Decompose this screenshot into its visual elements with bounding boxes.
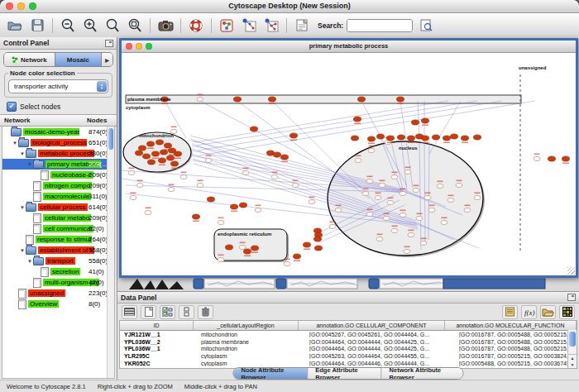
- table-scrollbar[interactable]: ▲▼: [567, 330, 577, 368]
- network-node[interactable]: [421, 136, 428, 141]
- network-node[interactable]: [450, 134, 457, 139]
- network-node[interactable]: [225, 245, 232, 250]
- new-attribute-icon[interactable]: [141, 305, 156, 319]
- tab-mosaic[interactable]: Mosaic: [55, 53, 102, 66]
- network-node[interactable]: [376, 134, 384, 139]
- column-header-0[interactable]: ID: [120, 321, 194, 330]
- float-data-panel-icon[interactable]: [567, 294, 576, 301]
- network-node[interactable]: [473, 135, 481, 140]
- view-close-button[interactable]: [126, 43, 132, 50]
- select-nodes-checkbox[interactable]: ✓: [7, 102, 17, 112]
- tree-item-cellular-process[interactable]: ▼cellular process614(0): [2, 202, 114, 213]
- network-node[interactable]: [411, 120, 419, 125]
- minimized-window-icon[interactable]: [194, 279, 203, 289]
- tree-item-cellular-metabo[interactable]: cellular metabo209(0): [2, 213, 114, 223]
- zoom-in-icon[interactable]: [80, 16, 100, 36]
- network-canvas[interactable]: plasma membranecytoplasmmitochondrionnuc…: [122, 53, 574, 275]
- snapshot-icon[interactable]: [156, 16, 175, 36]
- expand-arrow-icon[interactable]: ▼: [19, 205, 26, 210]
- node-color-select[interactable]: transporter activity ▲▼: [8, 79, 108, 93]
- network-node[interactable]: [170, 161, 178, 166]
- network-node[interactable]: [443, 136, 450, 141]
- network-node[interactable]: [367, 136, 375, 141]
- float-panel-icon[interactable]: [105, 40, 113, 47]
- network-node[interactable]: [432, 135, 439, 140]
- network-node[interactable]: [396, 97, 404, 102]
- tab-network-attribute-browser[interactable]: Network Attribute Browser: [382, 368, 463, 379]
- network-node[interactable]: [174, 151, 181, 156]
- attribute-table-header[interactable]: ID_cellularLayoutRegionannotation.GO CEL…: [120, 321, 577, 331]
- unselect-attributes-icon[interactable]: [179, 305, 194, 319]
- tree-item-multi-organism-pro[interactable]: multi-organism pro42(0): [2, 277, 114, 288]
- network-node[interactable]: [548, 156, 555, 161]
- column-header-2[interactable]: annotation.GO CELLULAR_COMPONENT: [299, 321, 445, 330]
- search-input[interactable]: [347, 20, 413, 31]
- network-node[interactable]: [314, 246, 322, 251]
- table-icon[interactable]: [122, 305, 137, 319]
- network-node[interactable]: [357, 97, 365, 102]
- network-node[interactable]: [290, 133, 297, 138]
- network-node[interactable]: [160, 150, 167, 155]
- tree-item-mosaic-demo-yeast[interactable]: mosaic-demo-yeast874(0): [2, 127, 114, 137]
- table-row[interactable]: YLR295Ccytoplasm[GO:0045263, GO:0044464,…: [120, 352, 577, 360]
- network-node[interactable]: [386, 136, 394, 141]
- delete-attribute-icon[interactable]: [198, 305, 213, 319]
- layout-icon-a[interactable]: [239, 16, 259, 36]
- network-node[interactable]: [158, 158, 165, 163]
- tree-item-macromolecule[interactable]: macromolecule311(0): [2, 191, 114, 202]
- tree-item-cell-communicat[interactable]: cell communicat22(0): [2, 223, 114, 234]
- tab-network[interactable]: Network: [4, 53, 55, 66]
- table-row[interactable]: YJR121W__1mitochondrion[GO:0045267, GO:0…: [120, 331, 577, 338]
- notes-icon[interactable]: [502, 305, 518, 319]
- tree-item-biological-process[interactable]: ▼biological_process651(0): [2, 137, 114, 148]
- network-node[interactable]: [351, 136, 358, 141]
- network-node[interactable]: [280, 155, 288, 160]
- expand-arrow-icon[interactable]: ▼: [12, 141, 18, 146]
- minimized-window-icon[interactable]: [276, 279, 286, 289]
- zoom-selected-icon[interactable]: [103, 16, 122, 36]
- zoom-out-icon[interactable]: [58, 16, 78, 36]
- view-minimize-button[interactable]: [136, 43, 142, 50]
- view-zoom-button[interactable]: [146, 43, 152, 50]
- tree-scrollbar[interactable]: [107, 127, 114, 378]
- network-node[interactable]: [293, 254, 300, 259]
- table-row[interactable]: YKR052Ccytoplasm[GO:0044464, GO:0044446,…: [120, 360, 577, 367]
- network-node[interactable]: [166, 155, 174, 160]
- network-node[interactable]: [239, 203, 246, 208]
- network-node[interactable]: [138, 146, 146, 151]
- network-node[interactable]: [243, 249, 251, 254]
- table-row[interactable]: YPL036W__1mitochondrion[GO:0044464, GO:0…: [120, 346, 577, 353]
- network-node[interactable]: [147, 160, 155, 165]
- tree-item-overview[interactable]: Overview8(0): [2, 299, 114, 309]
- network-node[interactable]: [421, 118, 428, 123]
- network-node[interactable]: [207, 197, 214, 202]
- matrix-icon[interactable]: [559, 305, 575, 319]
- network-node[interactable]: [142, 154, 150, 159]
- tree-item-metabolic-process[interactable]: ▼metabolic process280(0): [2, 148, 114, 159]
- network-node[interactable]: [233, 97, 241, 102]
- tree-item-transport[interactable]: ▼transport558(0): [2, 256, 114, 266]
- network-node[interactable]: [230, 204, 237, 209]
- annotation-icon[interactable]: [292, 16, 312, 36]
- tree-item-nitrogen-compo[interactable]: nitrogen compo209(0): [2, 180, 114, 191]
- network-node[interactable]: [251, 246, 258, 251]
- save-icon[interactable]: [27, 16, 47, 36]
- layout-icon-b[interactable]: [261, 16, 281, 36]
- tree-item-unassigned[interactable]: unassigned223(0): [2, 288, 114, 299]
- network-node[interactable]: [156, 140, 163, 145]
- column-header-1[interactable]: _cellularLayoutRegion: [194, 321, 299, 330]
- column-header-3[interactable]: annotation.GO MOLECULAR_FUNCTION: [445, 321, 577, 330]
- network-node[interactable]: [135, 151, 142, 155]
- network-node[interactable]: [151, 151, 159, 156]
- network-node[interactable]: [313, 237, 321, 241]
- network-node[interactable]: [273, 152, 280, 157]
- tree-item-nucleobase-c[interactable]: nucleobase-c209(0): [2, 170, 114, 180]
- tree-item-establishment-of-lo[interactable]: ▼establishment of lo558(0): [2, 245, 114, 256]
- network-view-titlebar[interactable]: primary metabolic process: [122, 41, 576, 53]
- network-node[interactable]: [562, 156, 569, 161]
- table-row[interactable]: YPL036W__2plasma membrane[GO:0044464, GO…: [120, 338, 577, 346]
- resize-grip[interactable]: [567, 267, 575, 275]
- zoom-button[interactable]: [29, 2, 36, 10]
- expand-arrow-icon[interactable]: ▼: [26, 162, 33, 167]
- open-icon[interactable]: [5, 16, 25, 36]
